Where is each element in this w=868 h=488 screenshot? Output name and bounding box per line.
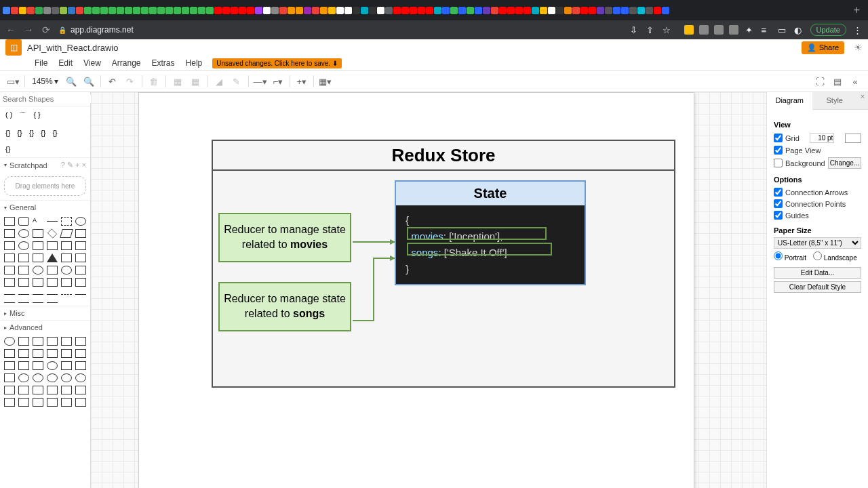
install-icon[interactable]: ⇩ xyxy=(630,25,639,35)
shape[interactable] xyxy=(61,361,72,370)
shape[interactable] xyxy=(33,294,43,295)
shape[interactable] xyxy=(4,349,15,358)
shape[interactable] xyxy=(4,373,15,382)
shape[interactable] xyxy=(18,349,29,358)
shape[interactable] xyxy=(33,241,43,250)
shape[interactable] xyxy=(47,349,58,358)
shape[interactable] xyxy=(47,361,58,370)
shape[interactable] xyxy=(75,241,86,250)
shape[interactable] xyxy=(18,361,29,370)
shape[interactable] xyxy=(47,266,58,274)
shape[interactable] xyxy=(33,361,43,370)
shape-diamond[interactable] xyxy=(47,228,57,238)
shape[interactable]: {} xyxy=(52,129,57,137)
shape[interactable] xyxy=(75,278,86,287)
redux-store-box[interactable]: Redux Store State { movies: ['Inception'… xyxy=(212,140,675,388)
shape-parallelogram[interactable] xyxy=(60,229,73,238)
papersize-select[interactable]: US-Letter (8,5" x 11") xyxy=(774,237,861,249)
shape-dashrect[interactable] xyxy=(61,217,72,226)
shape[interactable] xyxy=(18,337,29,346)
shape[interactable] xyxy=(47,294,58,295)
update-button[interactable]: Update xyxy=(810,24,846,36)
shape[interactable] xyxy=(18,229,29,238)
shape[interactable]: {} xyxy=(17,129,22,137)
theme-icon[interactable]: ☀ xyxy=(854,42,863,53)
drawio-logo[interactable]: ◫ xyxy=(5,39,22,56)
shape-arc[interactable]: ⌒ xyxy=(19,110,26,121)
close-panel-button[interactable]: × xyxy=(857,92,868,109)
shape[interactable] xyxy=(18,302,29,303)
delete-button[interactable]: 🗑 xyxy=(146,74,161,89)
shape[interactable] xyxy=(18,398,29,407)
bookmark-icon[interactable]: ☆ xyxy=(663,25,672,35)
shape-cylinder[interactable] xyxy=(18,241,29,250)
extension-icon[interactable] xyxy=(684,25,694,35)
shape[interactable] xyxy=(75,266,86,274)
shape[interactable] xyxy=(61,349,72,358)
shape[interactable] xyxy=(33,386,43,394)
grid-color-swatch[interactable] xyxy=(845,134,861,143)
edit-data-button[interactable]: Edit Data... xyxy=(774,267,861,279)
forward-button[interactable]: → xyxy=(23,24,34,35)
extensions-button[interactable]: ✦ xyxy=(745,25,755,35)
zoom-out-button[interactable]: 🔍 xyxy=(81,74,96,89)
filename[interactable]: API_with_React.drawio xyxy=(27,43,118,53)
shape[interactable] xyxy=(4,337,15,346)
change-bg-button[interactable]: Change... xyxy=(828,157,861,169)
shape-line[interactable] xyxy=(47,221,58,222)
menu-extras[interactable]: Extras xyxy=(147,57,180,69)
share-button[interactable]: 👤Share xyxy=(802,41,844,54)
shape[interactable] xyxy=(75,337,86,346)
shape[interactable] xyxy=(4,253,15,262)
toback-button[interactable]: ▦ xyxy=(188,74,203,89)
shape[interactable] xyxy=(33,337,43,346)
redo-button[interactable]: ↷ xyxy=(123,74,138,89)
section-misc[interactable]: ▸Misc xyxy=(0,306,90,320)
shape[interactable] xyxy=(18,373,29,382)
extension-icon[interactable] xyxy=(699,25,709,35)
shape-ellipse[interactable] xyxy=(75,217,86,226)
zoom-in-button[interactable]: 🔍 xyxy=(64,74,79,89)
shape[interactable] xyxy=(33,229,43,238)
shape[interactable] xyxy=(47,241,58,250)
url-display[interactable]: 🔒 app.diagrams.net xyxy=(58,25,134,35)
grid-checkbox[interactable] xyxy=(774,134,783,142)
shape-hex[interactable] xyxy=(4,241,15,250)
guides-checkbox[interactable] xyxy=(774,211,783,220)
background-checkbox[interactable] xyxy=(774,159,783,167)
shape[interactable] xyxy=(47,398,58,407)
shape[interactable] xyxy=(75,294,86,295)
shape[interactable] xyxy=(4,229,15,238)
conn-points-checkbox[interactable] xyxy=(774,199,783,208)
extension-icon[interactable] xyxy=(714,25,724,35)
devices-icon[interactable]: ▭ xyxy=(778,25,787,35)
shape[interactable] xyxy=(75,373,86,382)
shape[interactable] xyxy=(47,302,58,303)
shape[interactable]: {} xyxy=(29,129,34,137)
shape[interactable] xyxy=(75,361,86,370)
shape[interactable] xyxy=(61,337,72,346)
share-icon[interactable]: ⇧ xyxy=(646,25,656,35)
collapse-button[interactable]: « xyxy=(848,74,863,89)
extension-icon[interactable] xyxy=(729,25,738,35)
shape[interactable] xyxy=(47,278,58,287)
grid-size-input[interactable] xyxy=(810,133,834,143)
shape[interactable] xyxy=(33,373,43,382)
section-general[interactable]: ▾General xyxy=(0,200,90,214)
profile-icon[interactable]: ◐ xyxy=(794,25,804,35)
shape[interactable] xyxy=(61,253,72,262)
tofront-button[interactable]: ▦ xyxy=(170,74,185,89)
insert-button[interactable]: +▾ xyxy=(294,74,309,89)
shape[interactable] xyxy=(75,253,86,262)
pageview-checkbox[interactable] xyxy=(774,146,783,155)
shape[interactable] xyxy=(61,266,72,274)
shape-arrow[interactable] xyxy=(4,294,15,295)
shape[interactable] xyxy=(18,294,29,295)
tab-style[interactable]: Style xyxy=(812,92,858,109)
shape[interactable] xyxy=(75,349,86,358)
connection-button[interactable]: —▾ xyxy=(253,74,268,89)
landscape-radio[interactable]: Landscape xyxy=(813,251,857,262)
reload-button[interactable]: ⟳ xyxy=(41,24,52,35)
waypoint-button[interactable]: ⌐▾ xyxy=(271,74,285,89)
shape-rect[interactable] xyxy=(4,217,15,226)
